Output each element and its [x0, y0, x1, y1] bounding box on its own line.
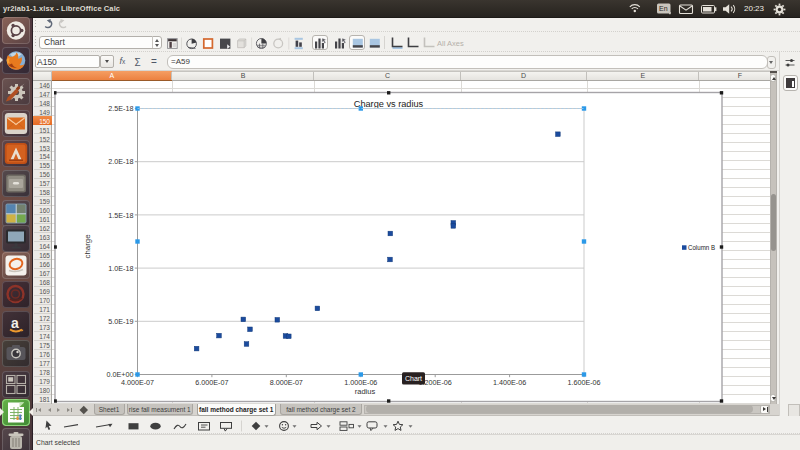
svg-text:6.000E-07: 6.000E-07: [195, 378, 228, 387]
svg-text:1.400E-06: 1.400E-06: [493, 378, 526, 387]
svg-text:1.5E-18: 1.5E-18: [108, 211, 133, 220]
svg-text:1.0E-18: 1.0E-18: [108, 264, 133, 273]
svg-text:4.000E-07: 4.000E-07: [121, 378, 154, 387]
svg-text:Charge vs radius: Charge vs radius: [354, 99, 424, 109]
svg-text:1.000E-06: 1.000E-06: [344, 378, 377, 387]
svg-text:charge: charge: [83, 235, 92, 259]
svg-text:1.600E-06: 1.600E-06: [567, 378, 600, 387]
svg-text:8.000E-07: 8.000E-07: [270, 378, 303, 387]
svg-text:Column B: Column B: [688, 244, 715, 251]
svg-text:Chart: Chart: [405, 375, 422, 382]
svg-text:radius: radius: [355, 387, 376, 396]
svg-text:En: En: [659, 5, 668, 12]
svg-text:2.5E-18: 2.5E-18: [108, 104, 133, 113]
svg-text:a: a: [11, 315, 19, 331]
svg-text:2.0E-18: 2.0E-18: [108, 157, 133, 166]
svg-text:5.0E-19: 5.0E-19: [108, 317, 133, 326]
